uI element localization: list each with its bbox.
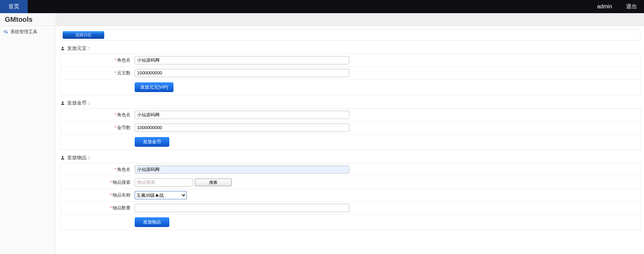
- row-gold-amount: *金币数: [61, 121, 640, 134]
- admin-link[interactable]: admin: [590, 0, 619, 13]
- brand-bar-rest: [55, 13, 644, 26]
- row-item-name: *物品名称 玉佩35级★战: [61, 189, 640, 201]
- required-star: *: [110, 192, 112, 198]
- label-text: 元宝数: [117, 70, 131, 75]
- label-text: 物品数量: [113, 205, 131, 210]
- required-star: *: [115, 112, 116, 117]
- section-title-text: 发放元宝：: [67, 45, 91, 52]
- panel-yuanbao: *角色名 *元宝数 发放元宝[VIP]: [60, 54, 641, 95]
- button-label: 搜索: [209, 180, 217, 185]
- label-yuanbao-role: *角色名: [61, 57, 133, 63]
- button-send-item[interactable]: 发放物品: [135, 217, 169, 227]
- input-gold-role[interactable]: [135, 111, 349, 119]
- input-item-search[interactable]: [135, 178, 193, 187]
- row-item-button: 发放物品: [61, 214, 640, 230]
- panel-item: *角色名 *物品搜索 搜索 *物品名称: [60, 163, 641, 230]
- label-item-qty: *物品数量: [61, 205, 133, 211]
- section-title-gold: 发放金币：: [60, 100, 641, 106]
- sidebar-item-label: 系统管理工具: [10, 29, 37, 35]
- label-text: 物品搜索: [113, 180, 131, 185]
- required-star: *: [115, 167, 116, 172]
- row-yuanbao-button: 发放元宝[VIP]: [61, 79, 640, 95]
- topbar: 首页 admin 退出: [0, 0, 644, 13]
- label-text: 角色名: [117, 167, 131, 172]
- label-text: 金币数: [117, 125, 131, 130]
- label-item-name: *物品名称: [61, 192, 133, 198]
- button-send-gold[interactable]: 发放金币: [135, 137, 169, 147]
- zone-select-pill[interactable]: 选择分区: [63, 31, 104, 39]
- input-item-qty[interactable]: [135, 204, 349, 212]
- input-yuanbao-role[interactable]: [135, 56, 349, 64]
- topbar-spacer: [28, 0, 590, 13]
- row-yuanbao-role: *角色名: [61, 54, 640, 66]
- zone-bar: 选择分区: [60, 29, 641, 40]
- person-icon: [60, 101, 65, 106]
- person-icon: [60, 46, 65, 51]
- row-yuanbao-amount: *元宝数: [61, 66, 640, 79]
- input-yuanbao-amount[interactable]: [135, 69, 349, 77]
- label-text: 角色名: [117, 57, 131, 63]
- row-item-qty: *物品数量: [61, 201, 640, 214]
- button-label: 发放元宝[VIP]: [140, 84, 168, 90]
- label-item-role: *角色名: [61, 166, 133, 173]
- label-text: 物品名称: [113, 192, 131, 198]
- label-text: 角色名: [117, 112, 131, 117]
- row-item-search: *物品搜索 搜索: [61, 176, 640, 189]
- input-gold-amount[interactable]: [135, 124, 349, 132]
- brand-title: GMtools: [0, 13, 55, 26]
- required-star: *: [115, 70, 116, 75]
- select-item-name[interactable]: 玉佩35级★战: [135, 191, 187, 199]
- home-tab[interactable]: 首页: [0, 0, 28, 13]
- body: 系统管理工具 选择分区 发放元宝： *角色名: [0, 26, 644, 254]
- button-label: 发放金币: [143, 139, 161, 144]
- button-item-search[interactable]: 搜索: [195, 179, 232, 186]
- required-star: *: [110, 180, 112, 185]
- panel-gold: *角色名 *金币数 发放金币: [60, 108, 641, 150]
- sidebar-item-system-tools[interactable]: 系统管理工具: [0, 26, 55, 38]
- label-gold-role: *角色名: [61, 112, 133, 118]
- input-item-role[interactable]: [135, 165, 349, 174]
- sidebar: 系统管理工具: [0, 26, 55, 254]
- admin-link-label: admin: [597, 3, 612, 10]
- section-title-text: 发放金币：: [67, 100, 91, 106]
- home-tab-label: 首页: [8, 3, 19, 10]
- button-label: 发放物品: [143, 219, 161, 225]
- button-send-yuanbao[interactable]: 发放元宝[VIP]: [135, 82, 173, 92]
- logout-link[interactable]: 退出: [619, 0, 644, 13]
- zone-select-pill-label: 选择分区: [75, 33, 92, 37]
- logout-link-label: 退出: [626, 3, 637, 10]
- row-item-role: *角色名: [61, 163, 640, 176]
- label-item-search: *物品搜索: [61, 179, 133, 185]
- gear-icon: [3, 29, 8, 34]
- content: 选择分区 发放元宝： *角色名 *元宝数: [55, 26, 644, 234]
- section-title-yuanbao: 发放元宝：: [60, 45, 641, 52]
- brand-bar: GMtools: [0, 13, 644, 26]
- section-title-item: 发放物品：: [60, 155, 641, 161]
- label-yuanbao-amount: *元宝数: [61, 70, 133, 76]
- brand-title-text: GMtools: [5, 16, 33, 24]
- row-gold-button: 发放金币: [61, 134, 640, 149]
- person-icon: [60, 155, 65, 160]
- label-gold-amount: *金币数: [61, 125, 133, 131]
- required-star: *: [115, 125, 116, 130]
- required-star: *: [110, 205, 112, 210]
- row-gold-role: *角色名: [61, 109, 640, 121]
- required-star: *: [115, 57, 116, 63]
- section-title-text: 发放物品：: [67, 155, 91, 161]
